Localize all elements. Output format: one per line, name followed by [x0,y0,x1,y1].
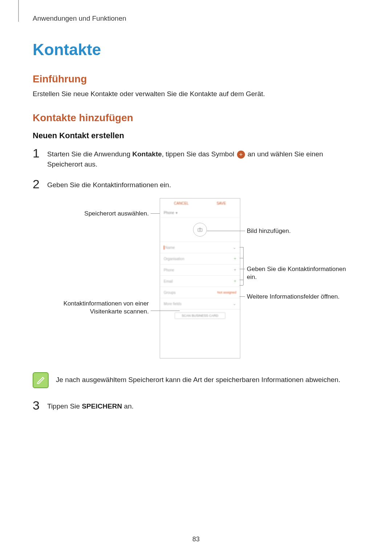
step-2: 2 Geben Sie die Kontaktinformationen ein… [33,178,359,190]
scan-row: SCAN BUSINESS CARD [160,309,240,322]
intro-text: Erstellen Sie neue Kontakte oder verwalt… [33,89,359,99]
cancel-label: CANCEL [174,201,189,205]
lead-line [151,311,180,311]
section-intro-heading: Einführung [33,73,359,85]
field-name: Name ⌄ [160,242,240,253]
lead-line [151,213,160,214]
plus-icon: + [234,256,236,261]
step-text: an. [122,402,134,410]
field-groups: Groups Not assigned [160,287,240,298]
lead-line [240,280,243,280]
header-vertical-line [18,0,19,22]
lead-line [240,269,245,269]
subsection-heading: Neuen Kontakt erstellen [33,131,359,140]
svg-point-1 [199,229,201,231]
step-body: Tippen Sie SPEICHERN an. [47,399,134,412]
step-text: Tippen Sie [47,402,82,410]
lead-line [240,247,243,247]
field-label: Name [164,246,175,250]
page-number: 83 [0,535,392,543]
step-number: 1 [33,147,47,159]
save-label: SAVE [217,201,226,205]
callout-image: Bild hinzufügen. [247,227,291,235]
phone-mock: CANCEL SAVE Phone ▾ Name ⌄ [160,198,240,358]
field-label: Organisation [164,257,184,261]
callout-info: Geben Sie die Kontaktinformationen ein. [247,265,352,281]
field-label: Groups [164,291,176,295]
lead-line [207,231,245,231]
dropdown-label: Phone [164,211,174,215]
field-label: Email [164,279,173,283]
storage-dropdown: Phone ▾ [160,208,240,218]
step-bold: SPEICHERN [82,402,122,410]
lead-line [240,285,243,286]
step-number: 3 [33,399,47,411]
plus-icon: + [234,279,236,284]
chevron-down-icon: ⌄ [233,301,236,306]
page-title: Kontakte [33,41,359,59]
field-email: Email + [160,276,240,287]
step-bold: Kontakte [132,150,162,158]
phone-top-bar: CANCEL SAVE [160,198,240,208]
step-3: 3 Tippen Sie SPEICHERN an. [33,399,359,412]
field-org: Organisation + [160,253,240,264]
field-phone: Phone + [160,264,240,276]
step-text: Starten Sie die Anwendung [47,150,132,158]
field-label: More fields [164,302,181,306]
step-text: , tippen Sie das Symbol [162,150,236,158]
breadcrumb: Anwendungen und Funktionen [33,15,359,22]
step-1: 1 Starten Sie die Anwendung Kontakte, ti… [33,147,359,170]
note-icon [33,372,49,388]
plus-icon: + [237,151,245,159]
diagram: CANCEL SAVE Phone ▾ Name ⌄ [33,198,359,365]
field-label: Phone [164,268,174,272]
photo-row [160,218,240,242]
note: Je nach ausgewähltem Speicherort kann di… [33,372,359,388]
section-add-heading: Kontakte hinzufügen [33,112,359,124]
chevron-down-icon: ⌄ [233,245,236,250]
field-more: More fields ⌄ [160,298,240,309]
lead-line [240,258,243,258]
callout-storage: Speicherort auswählen. [33,210,149,218]
step-body: Starten Sie die Anwendung Kontakte, tipp… [47,147,359,170]
lead-line [243,247,244,285]
scan-button: SCAN BUSINESS CARD [175,312,225,319]
groups-value: Not assigned [217,291,236,294]
step-number: 2 [33,178,47,190]
camera-icon [193,223,207,237]
chevron-down-icon: ▾ [176,211,177,215]
note-text: Je nach ausgewähltem Speicherort kann di… [56,372,340,385]
callout-scan: Kontaktinformationen von einer Visitenka… [47,300,149,316]
callout-more: Weitere Informationsfelder öffnen. [247,293,339,301]
step-body: Geben Sie die Kontaktinformationen ein. [47,178,171,190]
lead-line [240,296,245,297]
plus-icon: + [234,267,236,272]
